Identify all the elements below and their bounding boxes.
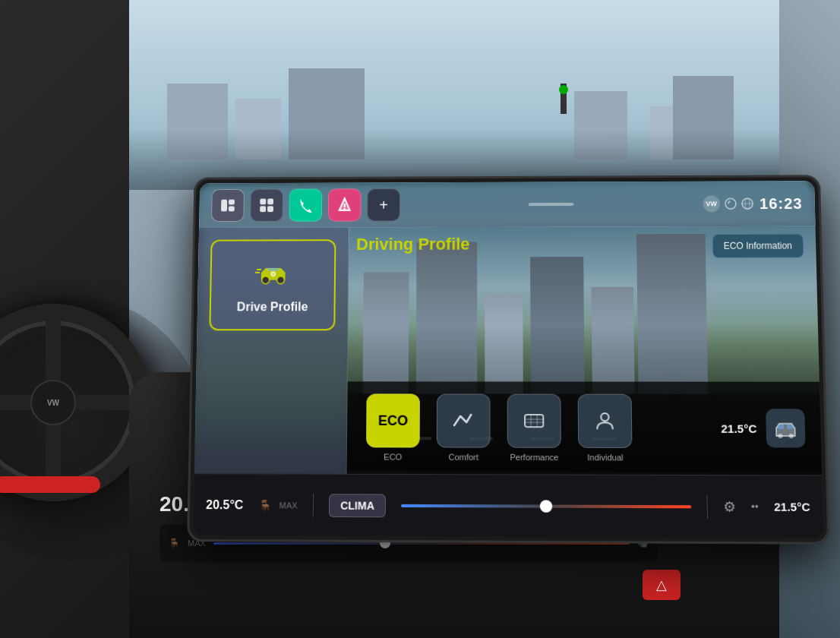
eco-info-label: ECO Information xyxy=(723,241,792,251)
clima-label: CLIMA xyxy=(340,499,374,512)
split-view-icon xyxy=(219,197,236,214)
phone-button[interactable] xyxy=(289,189,322,222)
temp-right-climate: 21.5°C xyxy=(774,500,810,513)
signal-strength-icon xyxy=(725,197,737,210)
svg-rect-7 xyxy=(344,204,346,207)
svg-point-23 xyxy=(601,413,608,421)
grid-view-button[interactable] xyxy=(250,189,283,222)
seat-heat-icon: 🪑 xyxy=(169,538,180,548)
alert-icon xyxy=(336,197,353,213)
split-view-button[interactable] xyxy=(211,189,245,222)
svg-rect-26 xyxy=(778,425,784,429)
climate-slider-indicator xyxy=(539,500,551,513)
alert-button[interactable] xyxy=(328,188,362,221)
temp-left-climate: 20.5°C xyxy=(206,497,244,512)
vw-horn-logo: VW xyxy=(32,381,74,424)
globe-connection-icon xyxy=(741,197,753,210)
svg-rect-2 xyxy=(229,206,235,211)
temp-right-value: 21.5°C xyxy=(721,422,756,434)
dots-icon: •• xyxy=(751,501,759,513)
climate-bar: 20.5°C 🪑 MAX CLIMA ⚙ •• xyxy=(193,473,823,538)
eco-mode-icon: ECO xyxy=(366,393,420,447)
comfort-mode-button[interactable]: Comfort xyxy=(433,393,494,461)
svg-rect-8 xyxy=(344,208,346,210)
signal-icon xyxy=(725,197,737,210)
clock-display: 16:23 xyxy=(759,195,803,213)
eco-icon-label: ECO xyxy=(378,412,408,428)
nav-buttons-group: + xyxy=(211,188,400,222)
fan-icon-bar: ⚙ xyxy=(723,498,736,516)
svg-point-9 xyxy=(725,198,736,209)
performance-mode-icon xyxy=(507,394,561,448)
svg-rect-4 xyxy=(267,198,273,204)
svg-point-13 xyxy=(261,276,269,284)
phone-icon xyxy=(297,197,314,213)
divider-2 xyxy=(706,494,708,518)
comfort-mode-label: Comfort xyxy=(448,453,478,462)
climate-icons-group: 🪑 MAX xyxy=(258,499,297,512)
svg-rect-1 xyxy=(229,200,235,205)
add-button[interactable]: + xyxy=(367,188,400,221)
eco-mode-label: ECO xyxy=(384,452,402,461)
top-bar-center xyxy=(400,202,703,206)
infotainment-screen: + VW xyxy=(193,181,823,538)
svg-point-15 xyxy=(270,272,275,276)
screen-bezel: + VW xyxy=(187,175,830,544)
top-bar-right: VW xyxy=(703,195,802,213)
drive-profile-label: Drive Profile xyxy=(237,300,308,314)
eco-mode-button[interactable]: ECO ECO xyxy=(362,393,424,461)
drive-profile-card[interactable]: Drive Profile xyxy=(209,239,336,330)
svg-rect-3 xyxy=(260,199,266,205)
divider-1 xyxy=(313,494,314,517)
svg-rect-6 xyxy=(267,206,273,212)
driving-profile-title: Driving Profile xyxy=(356,235,470,254)
individual-mode-label: Individual xyxy=(587,453,623,462)
individual-mode-icon xyxy=(578,394,633,448)
seat-heat-icon-bar: 🪑 xyxy=(258,499,271,511)
steering-accent xyxy=(0,476,100,493)
max-label-bar: MAX xyxy=(279,501,298,510)
performance-icon-svg xyxy=(522,409,547,434)
top-bar: + VW xyxy=(199,181,815,228)
steering-center: VW xyxy=(30,380,76,425)
clima-button[interactable]: CLIMA xyxy=(329,494,386,517)
drive-profile-car-icon xyxy=(254,256,291,286)
svg-rect-0 xyxy=(221,200,227,212)
svg-point-14 xyxy=(276,276,284,284)
svg-rect-18 xyxy=(525,415,543,427)
comfort-mode-icon xyxy=(437,394,491,448)
climate-temp-slider[interactable] xyxy=(401,504,691,507)
plus-icon: + xyxy=(379,197,388,213)
car-rear-button[interactable] xyxy=(766,409,805,447)
eco-information-button[interactable]: ECO Information xyxy=(712,234,804,258)
hazard-icon: △ xyxy=(656,576,667,593)
drive-profile-icon xyxy=(254,256,291,293)
svg-rect-27 xyxy=(787,425,793,429)
grid-view-icon xyxy=(258,197,275,214)
hazard-button[interactable]: △ xyxy=(643,570,681,600)
status-icons-group: VW xyxy=(703,195,753,212)
car-rear-icon xyxy=(773,417,798,439)
globe-icon xyxy=(741,197,753,210)
individual-icon-svg xyxy=(592,409,617,434)
mode-buttons-bar: ECO ECO Comfort xyxy=(347,381,822,475)
left-panel: Drive Profile xyxy=(194,227,349,473)
performance-mode-label: Performance xyxy=(510,453,558,462)
performance-mode-button[interactable]: Performance xyxy=(504,394,565,463)
vw-status-icon: VW xyxy=(703,195,719,212)
infotainment-screen-wrapper: + VW xyxy=(84,83,756,465)
temp-right-group: 21.5°C xyxy=(721,422,756,434)
individual-mode-button[interactable]: Individual xyxy=(574,394,636,463)
comfort-icon-svg xyxy=(451,409,475,434)
drag-handle xyxy=(529,203,574,206)
svg-rect-5 xyxy=(260,206,266,212)
